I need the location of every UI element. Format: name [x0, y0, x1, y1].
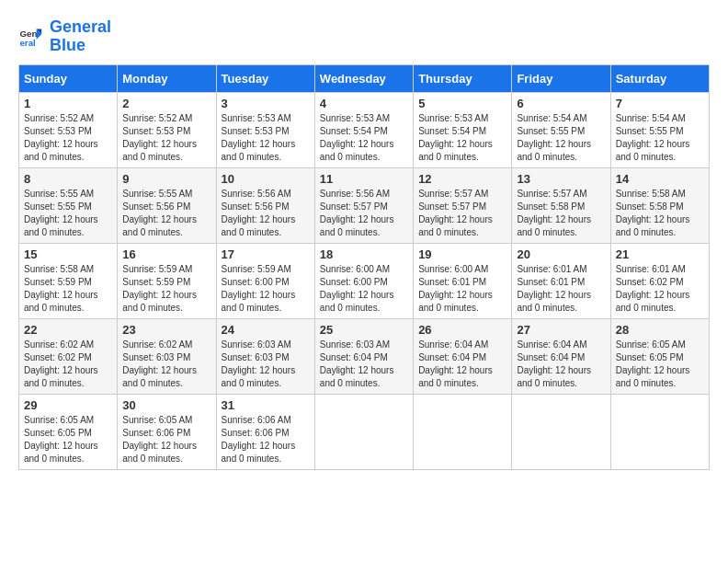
calendar-cell: 10 Sunrise: 5:56 AM Sunset: 5:56 PM Dayl…: [216, 167, 314, 243]
calendar-cell: 28 Sunrise: 6:05 AM Sunset: 6:05 PM Dayl…: [610, 318, 709, 394]
day-info: Sunrise: 6:02 AM Sunset: 6:02 PM Dayligh…: [24, 339, 112, 390]
day-number: 12: [418, 172, 506, 186]
week-row-3: 15 Sunrise: 5:58 AM Sunset: 5:59 PM Dayl…: [19, 243, 710, 318]
calendar-cell: [512, 394, 610, 469]
calendar-cell: 22 Sunrise: 6:02 AM Sunset: 6:02 PM Dayl…: [19, 318, 118, 394]
day-number: 1: [24, 97, 112, 110]
calendar-cell: 9 Sunrise: 5:55 AM Sunset: 5:56 PM Dayli…: [118, 167, 216, 243]
day-info: Sunrise: 5:58 AM Sunset: 5:58 PM Dayligh…: [616, 188, 704, 239]
header-thursday: Thursday: [414, 64, 512, 92]
day-number: 4: [320, 97, 408, 110]
calendar-cell: 5 Sunrise: 5:53 AM Sunset: 5:54 PM Dayli…: [414, 92, 512, 167]
header-saturday: Saturday: [610, 64, 709, 92]
day-info: Sunrise: 6:04 AM Sunset: 6:04 PM Dayligh…: [517, 339, 605, 390]
day-info: Sunrise: 5:59 AM Sunset: 5:59 PM Dayligh…: [122, 263, 210, 315]
day-number: 15: [24, 247, 112, 261]
day-number: 23: [122, 323, 210, 337]
logo-text-line1: General: [50, 18, 111, 37]
calendar-cell: 11 Sunrise: 5:56 AM Sunset: 5:57 PM Dayl…: [314, 167, 413, 243]
calendar-cell: 18 Sunrise: 6:00 AM Sunset: 6:00 PM Dayl…: [314, 243, 413, 318]
day-number: 28: [616, 323, 704, 337]
calendar-cell: 3 Sunrise: 5:53 AM Sunset: 5:53 PM Dayli…: [216, 92, 314, 167]
day-number: 19: [418, 247, 506, 261]
day-number: 21: [616, 247, 704, 261]
header-monday: Monday: [118, 64, 216, 92]
week-row-1: 1 Sunrise: 5:52 AM Sunset: 5:53 PM Dayli…: [19, 92, 710, 167]
day-info: Sunrise: 5:54 AM Sunset: 5:55 PM Dayligh…: [517, 112, 605, 164]
calendar-cell: 1 Sunrise: 5:52 AM Sunset: 5:53 PM Dayli…: [19, 92, 118, 167]
day-info: Sunrise: 6:05 AM Sunset: 6:06 PM Dayligh…: [122, 414, 210, 465]
day-info: Sunrise: 6:05 AM Sunset: 6:05 PM Dayligh…: [24, 414, 112, 465]
day-info: Sunrise: 5:56 AM Sunset: 5:56 PM Dayligh…: [222, 188, 310, 239]
day-info: Sunrise: 6:00 AM Sunset: 6:00 PM Dayligh…: [320, 263, 408, 315]
day-info: Sunrise: 6:05 AM Sunset: 6:05 PM Dayligh…: [616, 339, 704, 390]
calendar-cell: 19 Sunrise: 6:00 AM Sunset: 6:01 PM Dayl…: [414, 243, 512, 318]
day-number: 17: [222, 247, 310, 261]
calendar-cell: 23 Sunrise: 6:02 AM Sunset: 6:03 PM Dayl…: [118, 318, 216, 394]
day-number: 18: [320, 247, 408, 261]
day-info: Sunrise: 5:54 AM Sunset: 5:55 PM Dayligh…: [616, 112, 704, 164]
day-info: Sunrise: 5:58 AM Sunset: 5:59 PM Dayligh…: [24, 263, 112, 315]
calendar-cell: 7 Sunrise: 5:54 AM Sunset: 5:55 PM Dayli…: [610, 92, 709, 167]
logo: Gen eral General Blue: [18, 18, 111, 55]
calendar-cell: [610, 394, 709, 469]
day-number: 14: [616, 172, 704, 186]
header-sunday: Sunday: [19, 64, 118, 92]
day-info: Sunrise: 5:55 AM Sunset: 5:55 PM Dayligh…: [24, 188, 112, 239]
day-number: 20: [517, 247, 605, 261]
day-info: Sunrise: 5:53 AM Sunset: 5:54 PM Dayligh…: [418, 112, 506, 164]
calendar-cell: 29 Sunrise: 6:05 AM Sunset: 6:05 PM Dayl…: [19, 394, 118, 469]
calendar-cell: 12 Sunrise: 5:57 AM Sunset: 5:57 PM Dayl…: [414, 167, 512, 243]
day-number: 9: [122, 172, 210, 186]
week-row-4: 22 Sunrise: 6:02 AM Sunset: 6:02 PM Dayl…: [19, 318, 710, 394]
calendar-cell: [414, 394, 512, 469]
day-info: Sunrise: 5:56 AM Sunset: 5:57 PM Dayligh…: [320, 188, 408, 239]
day-number: 25: [320, 323, 408, 337]
calendar-cell: 27 Sunrise: 6:04 AM Sunset: 6:04 PM Dayl…: [512, 318, 610, 394]
calendar-cell: 26 Sunrise: 6:04 AM Sunset: 6:04 PM Dayl…: [414, 318, 512, 394]
day-number: 27: [517, 323, 605, 337]
day-number: 31: [222, 398, 310, 412]
day-number: 30: [122, 398, 210, 412]
day-number: 7: [616, 97, 704, 110]
day-number: 5: [418, 97, 506, 110]
day-number: 8: [24, 172, 112, 186]
calendar-cell: 6 Sunrise: 5:54 AM Sunset: 5:55 PM Dayli…: [512, 92, 610, 167]
day-info: Sunrise: 6:03 AM Sunset: 6:04 PM Dayligh…: [320, 339, 408, 390]
day-number: 10: [222, 172, 310, 186]
week-row-2: 8 Sunrise: 5:55 AM Sunset: 5:55 PM Dayli…: [19, 167, 710, 243]
header-row: SundayMondayTuesdayWednesdayThursdayFrid…: [19, 64, 710, 92]
day-info: Sunrise: 6:01 AM Sunset: 6:01 PM Dayligh…: [517, 263, 605, 315]
day-info: Sunrise: 5:55 AM Sunset: 5:56 PM Dayligh…: [122, 188, 210, 239]
calendar-cell: 8 Sunrise: 5:55 AM Sunset: 5:55 PM Dayli…: [19, 167, 118, 243]
header-wednesday: Wednesday: [314, 64, 413, 92]
calendar-cell: 13 Sunrise: 5:57 AM Sunset: 5:58 PM Dayl…: [512, 167, 610, 243]
svg-text:eral: eral: [19, 38, 36, 48]
logo-text-line2: Blue: [50, 37, 111, 55]
calendar-cell: 20 Sunrise: 6:01 AM Sunset: 6:01 PM Dayl…: [512, 243, 610, 318]
calendar-cell: 21 Sunrise: 6:01 AM Sunset: 6:02 PM Dayl…: [610, 243, 709, 318]
calendar-cell: 30 Sunrise: 6:05 AM Sunset: 6:06 PM Dayl…: [118, 394, 216, 469]
day-number: 16: [122, 247, 210, 261]
calendar-cell: 17 Sunrise: 5:59 AM Sunset: 6:00 PM Dayl…: [216, 243, 314, 318]
logo-icon: Gen eral: [18, 24, 44, 50]
day-info: Sunrise: 6:04 AM Sunset: 6:04 PM Dayligh…: [418, 339, 506, 390]
day-info: Sunrise: 6:01 AM Sunset: 6:02 PM Dayligh…: [616, 263, 704, 315]
calendar-cell: 16 Sunrise: 5:59 AM Sunset: 5:59 PM Dayl…: [118, 243, 216, 318]
day-number: 26: [418, 323, 506, 337]
calendar-cell: 31 Sunrise: 6:06 AM Sunset: 6:06 PM Dayl…: [216, 394, 314, 469]
day-info: Sunrise: 5:57 AM Sunset: 5:58 PM Dayligh…: [517, 188, 605, 239]
calendar-cell: 24 Sunrise: 6:03 AM Sunset: 6:03 PM Dayl…: [216, 318, 314, 394]
day-info: Sunrise: 5:53 AM Sunset: 5:53 PM Dayligh…: [222, 112, 310, 164]
calendar-cell: 25 Sunrise: 6:03 AM Sunset: 6:04 PM Dayl…: [314, 318, 413, 394]
page-header: Gen eral General Blue: [18, 18, 710, 55]
day-number: 2: [122, 97, 210, 110]
day-number: 29: [24, 398, 112, 412]
day-info: Sunrise: 5:52 AM Sunset: 5:53 PM Dayligh…: [24, 112, 112, 164]
day-info: Sunrise: 6:06 AM Sunset: 6:06 PM Dayligh…: [222, 414, 310, 465]
day-number: 22: [24, 323, 112, 337]
day-info: Sunrise: 5:59 AM Sunset: 6:00 PM Dayligh…: [222, 263, 310, 315]
day-info: Sunrise: 6:02 AM Sunset: 6:03 PM Dayligh…: [122, 339, 210, 390]
day-number: 3: [222, 97, 310, 110]
day-info: Sunrise: 6:03 AM Sunset: 6:03 PM Dayligh…: [222, 339, 310, 390]
